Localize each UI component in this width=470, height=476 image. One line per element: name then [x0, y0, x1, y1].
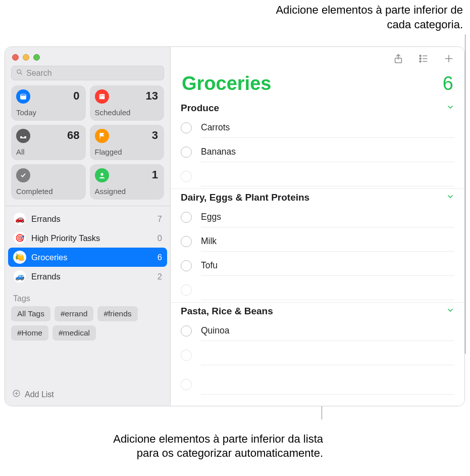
search-input[interactable]: [26, 69, 160, 78]
section-header[interactable]: Produce: [171, 100, 464, 116]
chevron-down-icon[interactable]: [446, 306, 454, 317]
card-label: Assigned: [95, 187, 126, 196]
tag-chip[interactable]: #errand: [55, 306, 93, 321]
smart-list-scheduled[interactable]: 13 Scheduled: [90, 85, 165, 121]
chevron-down-icon[interactable]: [446, 103, 454, 114]
reminder-text[interactable]: Quinoa: [201, 321, 454, 341]
section-title: Produce: [181, 103, 446, 114]
inbox-icon: [16, 129, 30, 143]
reminder-row[interactable]: Eggs: [171, 205, 464, 229]
callout-line: [465, 34, 465, 353]
list-header: Groceries 6: [171, 71, 464, 100]
sidebar-list-item[interactable]: 🍋Groceries6: [8, 248, 167, 267]
view-options-button[interactable]: [417, 52, 430, 67]
complete-checkbox[interactable]: [181, 260, 192, 271]
tag-chip[interactable]: All Tags: [11, 306, 50, 321]
complete-checkbox[interactable]: [181, 122, 192, 133]
list-name: High Priority Tasks: [31, 233, 152, 243]
smart-list-assigned[interactable]: 1 Assigned: [90, 164, 165, 200]
reminder-text[interactable]: Milk: [201, 231, 454, 252]
share-icon: [393, 58, 404, 66]
sidebar-list-item[interactable]: 🚙Errands2: [8, 267, 167, 286]
card-label: Completed: [16, 187, 53, 196]
toolbar: [171, 47, 464, 71]
empty-text[interactable]: [201, 166, 454, 186]
empty-checkbox: [181, 350, 192, 361]
complete-checkbox[interactable]: [181, 236, 192, 247]
empty-text[interactable]: [201, 345, 454, 365]
section-header[interactable]: Pasta, Rice & Beans: [171, 302, 464, 319]
add-item-row[interactable]: [171, 164, 464, 188]
svg-point-8: [100, 173, 103, 175]
tags-row: All Tags#errand#friends#Home#medical: [5, 306, 170, 345]
complete-checkbox[interactable]: [181, 325, 192, 337]
plus-icon: [443, 58, 454, 66]
section-title: Dairy, Eggs & Plant Proteins: [181, 192, 446, 203]
tag-chip[interactable]: #friends: [97, 306, 137, 321]
card-label: Scheduled: [95, 108, 131, 117]
sidebar: 0 Today 13 Scheduled 68 All: [5, 47, 171, 406]
smart-list-all[interactable]: 68 All: [11, 125, 86, 160]
chevron-down-icon[interactable]: [446, 193, 454, 203]
empty-checkbox: [181, 171, 192, 182]
add-item-row[interactable]: [171, 343, 464, 367]
svg-point-13: [420, 55, 421, 57]
card-count: 1: [152, 168, 158, 181]
separator: [5, 206, 170, 206]
list-name: Errands: [31, 214, 152, 224]
tag-chip[interactable]: #medical: [53, 325, 96, 341]
calendar-icon: [16, 89, 30, 104]
calendar-grid-icon: [95, 89, 109, 104]
empty-text[interactable]: [201, 280, 454, 300]
list-emoji-icon: 🚙: [13, 270, 26, 283]
smart-list-today[interactable]: 0 Today: [11, 85, 86, 121]
add-item-row[interactable]: [171, 278, 464, 302]
fullscreen-window-button[interactable]: [33, 54, 40, 61]
list-emoji-icon: 🚗: [13, 212, 26, 225]
section-title: Pasta, Rice & Beans: [181, 306, 446, 317]
reminder-text[interactable]: Bananas: [201, 142, 454, 162]
reminder-text[interactable]: Eggs: [201, 207, 454, 227]
reminder-row[interactable]: Bananas: [171, 140, 464, 164]
section-header[interactable]: Dairy, Eggs & Plant Proteins: [171, 188, 464, 205]
svg-point-14: [420, 58, 421, 60]
list-count: 6: [158, 253, 162, 262]
svg-line-1: [20, 73, 22, 74]
svg-point-0: [17, 70, 21, 74]
add-list-button[interactable]: Add List: [5, 385, 170, 404]
sidebar-list-item[interactable]: 🎯High Priority Tasks0: [8, 228, 167, 248]
reminder-text[interactable]: Carrots: [201, 118, 454, 138]
lists: 🚗Errands7🎯High Priority Tasks0🍋Groceries…: [5, 208, 170, 287]
search-wrap: [5, 66, 170, 85]
complete-checkbox[interactable]: [181, 212, 192, 223]
minimize-window-button[interactable]: [23, 54, 29, 61]
close-window-button[interactable]: [12, 54, 19, 61]
add-reminder-button[interactable]: [442, 52, 455, 67]
add-uncategorized-row[interactable]: [171, 372, 464, 397]
list-count: 0: [158, 233, 162, 243]
sidebar-list-item[interactable]: 🚗Errands7: [8, 209, 167, 228]
list-count: 7: [158, 214, 162, 224]
svg-rect-5: [99, 94, 105, 99]
reminder-row[interactable]: Milk: [171, 229, 464, 254]
reminder-row[interactable]: Carrots: [171, 116, 464, 140]
reminder-row[interactable]: Tofu: [171, 254, 464, 278]
annotation-top: Adicione elementos à parte inferior de c…: [261, 3, 463, 32]
card-count: 3: [152, 129, 158, 142]
share-button[interactable]: [392, 52, 405, 67]
tag-chip[interactable]: #Home: [11, 325, 48, 341]
list-content: ProduceCarrotsBananas Dairy, Eggs & Plan…: [171, 100, 464, 406]
smart-list-completed[interactable]: Completed: [11, 164, 86, 200]
annotation-bottom: Adicione elementos à parte inferior da l…: [91, 432, 323, 461]
list-emoji-icon: 🍋: [13, 251, 26, 264]
person-icon: [95, 168, 109, 182]
plus-circle-icon: [12, 389, 21, 400]
search-field[interactable]: [11, 66, 164, 80]
reminder-text[interactable]: Tofu: [201, 256, 454, 276]
reminder-row[interactable]: Quinoa: [171, 319, 464, 343]
empty-checkbox: [181, 284, 192, 296]
empty-text[interactable]: [201, 374, 454, 395]
smart-list-flagged[interactable]: 3 Flagged: [90, 125, 165, 160]
empty-checkbox: [181, 379, 192, 390]
complete-checkbox[interactable]: [181, 147, 192, 158]
